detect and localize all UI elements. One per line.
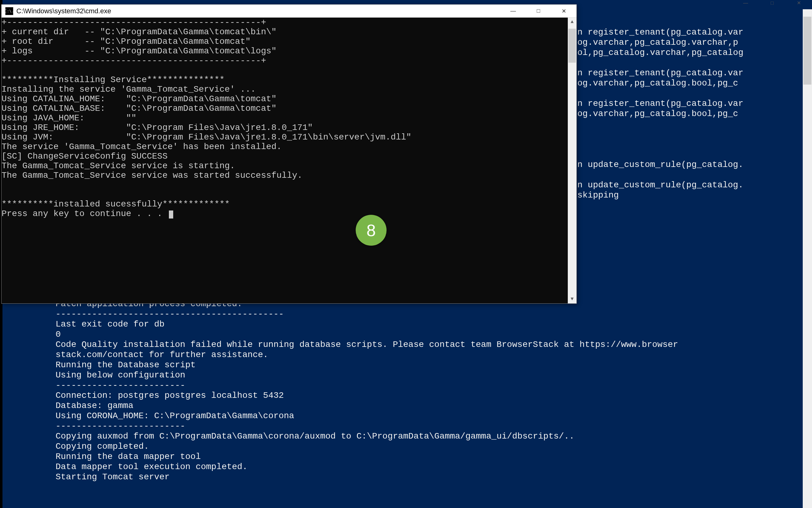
bg-window-controls: — □ ✕: [732, 0, 812, 6]
maximize-button[interactable]: □: [526, 5, 551, 17]
bg-minimize-button[interactable]: —: [732, 0, 759, 6]
bg-close-button[interactable]: ✕: [785, 0, 812, 6]
background-scrollbar-thumb[interactable]: [803, 17, 811, 85]
background-scrollbar[interactable]: [803, 9, 812, 508]
cmd-scrollbar[interactable]: ▲ ▼: [568, 17, 576, 303]
background-right-output: n register_tenant(pg_catalog.var og.varc…: [577, 27, 812, 200]
background-output: Patch application process completed. ---…: [55, 299, 812, 482]
step-badge-number: 8: [366, 221, 376, 240]
cmd-title: C:\Windows\system32\cmd.exe: [16, 7, 111, 15]
bg-maximize-button[interactable]: □: [759, 0, 785, 6]
cmd-scrollbar-thumb[interactable]: [568, 29, 576, 62]
close-button[interactable]: ✕: [551, 5, 576, 17]
scroll-up-arrow-icon[interactable]: ▲: [568, 17, 576, 26]
step-badge: 8: [356, 215, 387, 246]
scroll-down-arrow-icon[interactable]: ▼: [568, 295, 576, 303]
cursor-icon: [169, 210, 173, 218]
cmd-client-area: +---------------------------------------…: [2, 17, 576, 303]
cmd-window: C:\. C:\Windows\system32\cmd.exe — □ ✕ +…: [1, 4, 577, 304]
cmd-icon: C:\.: [5, 7, 13, 15]
cmd-titlebar[interactable]: C:\. C:\Windows\system32\cmd.exe — □ ✕: [2, 5, 576, 17]
minimize-button[interactable]: —: [500, 5, 526, 17]
cmd-output[interactable]: +---------------------------------------…: [2, 17, 568, 303]
